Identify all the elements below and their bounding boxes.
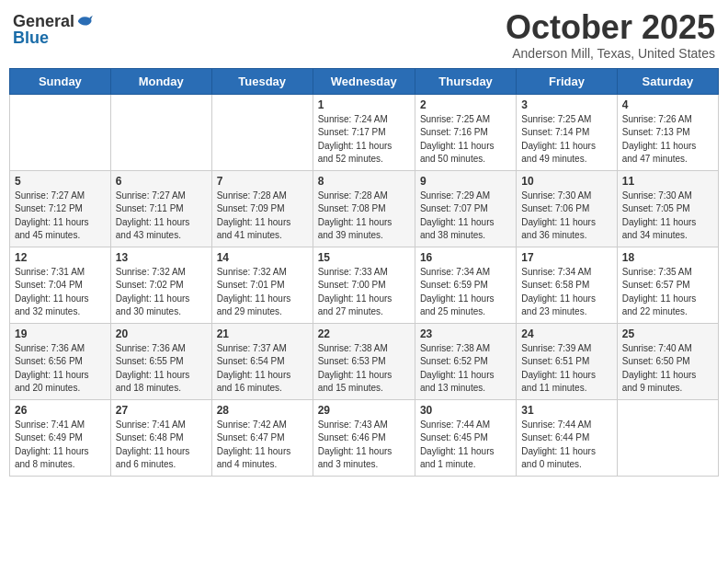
calendar-cell: 9Sunrise: 7:29 AM Sunset: 7:07 PM Daylig…	[415, 170, 516, 247]
day-number: 27	[116, 404, 207, 417]
day-info: Sunrise: 7:36 AM Sunset: 6:56 PM Dayligh…	[15, 342, 106, 396]
calendar-cell: 23Sunrise: 7:38 AM Sunset: 6:52 PM Dayli…	[415, 323, 516, 399]
day-info: Sunrise: 7:37 AM Sunset: 6:54 PM Dayligh…	[217, 342, 308, 396]
calendar-week-row: 19Sunrise: 7:36 AM Sunset: 6:56 PM Dayli…	[10, 323, 719, 399]
day-info: Sunrise: 7:39 AM Sunset: 6:51 PM Dayligh…	[521, 342, 611, 396]
day-number: 28	[217, 404, 308, 417]
day-number: 31	[521, 404, 611, 417]
logo-blue-text: Blue	[13, 29, 93, 46]
calendar-cell: 24Sunrise: 7:39 AM Sunset: 6:51 PM Dayli…	[517, 323, 617, 399]
day-number: 3	[521, 98, 611, 111]
calendar-cell	[10, 94, 111, 170]
day-number: 13	[116, 251, 207, 264]
calendar-cell: 25Sunrise: 7:40 AM Sunset: 6:50 PM Dayli…	[617, 323, 718, 399]
day-info: Sunrise: 7:28 AM Sunset: 7:09 PM Dayligh…	[217, 190, 308, 243]
calendar-cell: 3Sunrise: 7:25 AM Sunset: 7:14 PM Daylig…	[517, 94, 617, 170]
calendar-cell: 21Sunrise: 7:37 AM Sunset: 6:54 PM Dayli…	[211, 323, 313, 399]
day-of-week-header: Monday	[110, 68, 211, 94]
day-number: 24	[521, 327, 611, 340]
calendar-week-row: 5Sunrise: 7:27 AM Sunset: 7:12 PM Daylig…	[10, 170, 719, 247]
day-number: 25	[622, 327, 713, 340]
day-number: 5	[15, 175, 106, 188]
day-info: Sunrise: 7:32 AM Sunset: 7:01 PM Dayligh…	[217, 266, 308, 319]
calendar-cell	[110, 94, 211, 170]
calendar-cell	[211, 94, 313, 170]
day-number: 22	[318, 327, 410, 340]
day-info: Sunrise: 7:30 AM Sunset: 7:06 PM Dayligh…	[521, 190, 611, 243]
calendar-cell: 11Sunrise: 7:30 AM Sunset: 7:05 PM Dayli…	[617, 170, 718, 247]
day-of-week-header: Friday	[517, 68, 617, 94]
day-number: 23	[420, 327, 511, 340]
day-number: 11	[622, 175, 713, 188]
calendar-cell: 15Sunrise: 7:33 AM Sunset: 7:00 PM Dayli…	[313, 247, 415, 323]
day-number: 12	[15, 251, 106, 264]
calendar-cell: 14Sunrise: 7:32 AM Sunset: 7:01 PM Dayli…	[211, 247, 313, 323]
calendar-cell: 22Sunrise: 7:38 AM Sunset: 6:53 PM Dayli…	[313, 323, 415, 399]
day-info: Sunrise: 7:40 AM Sunset: 6:50 PM Dayligh…	[622, 342, 713, 396]
day-info: Sunrise: 7:30 AM Sunset: 7:05 PM Dayligh…	[622, 190, 713, 243]
day-info: Sunrise: 7:27 AM Sunset: 7:11 PM Dayligh…	[116, 190, 207, 243]
day-number: 15	[318, 251, 410, 264]
day-number: 7	[217, 175, 308, 188]
calendar-cell: 19Sunrise: 7:36 AM Sunset: 6:56 PM Dayli…	[10, 323, 111, 399]
day-number: 21	[217, 327, 308, 340]
day-number: 4	[622, 98, 713, 111]
page-header: General Blue October 2025 Anderson Mill,…	[9, 9, 719, 61]
calendar-cell: 31Sunrise: 7:44 AM Sunset: 6:44 PM Dayli…	[517, 399, 617, 476]
day-info: Sunrise: 7:32 AM Sunset: 7:02 PM Dayligh…	[116, 266, 207, 319]
calendar-table: SundayMondayTuesdayWednesdayThursdayFrid…	[9, 68, 719, 477]
calendar-week-row: 26Sunrise: 7:41 AM Sunset: 6:49 PM Dayli…	[10, 399, 719, 476]
calendar-cell: 20Sunrise: 7:36 AM Sunset: 6:55 PM Dayli…	[110, 323, 211, 399]
day-info: Sunrise: 7:27 AM Sunset: 7:12 PM Dayligh…	[15, 190, 106, 243]
calendar-cell: 8Sunrise: 7:28 AM Sunset: 7:08 PM Daylig…	[313, 170, 415, 247]
day-info: Sunrise: 7:41 AM Sunset: 6:49 PM Dayligh…	[15, 419, 106, 472]
day-info: Sunrise: 7:38 AM Sunset: 6:52 PM Dayligh…	[420, 342, 511, 396]
day-number: 17	[521, 251, 611, 264]
day-number: 19	[15, 327, 106, 340]
day-of-week-header: Sunday	[10, 68, 111, 94]
day-info: Sunrise: 7:42 AM Sunset: 6:47 PM Dayligh…	[217, 419, 308, 472]
calendar-cell: 16Sunrise: 7:34 AM Sunset: 6:59 PM Dayli…	[415, 247, 516, 323]
day-info: Sunrise: 7:41 AM Sunset: 6:48 PM Dayligh…	[116, 419, 207, 472]
day-of-week-header: Thursday	[415, 68, 516, 94]
logo: General Blue	[13, 13, 93, 46]
day-number: 9	[420, 175, 511, 188]
day-number: 8	[318, 175, 410, 188]
calendar-cell: 28Sunrise: 7:42 AM Sunset: 6:47 PM Dayli…	[211, 399, 313, 476]
calendar-cell: 6Sunrise: 7:27 AM Sunset: 7:11 PM Daylig…	[110, 170, 211, 247]
day-info: Sunrise: 7:38 AM Sunset: 6:53 PM Dayligh…	[318, 342, 410, 396]
calendar-cell: 13Sunrise: 7:32 AM Sunset: 7:02 PM Dayli…	[110, 247, 211, 323]
day-info: Sunrise: 7:25 AM Sunset: 7:14 PM Dayligh…	[521, 113, 611, 167]
day-of-week-header: Saturday	[617, 68, 718, 94]
month-title: October 2025	[506, 9, 715, 46]
calendar-cell	[617, 399, 718, 476]
calendar-cell: 5Sunrise: 7:27 AM Sunset: 7:12 PM Daylig…	[10, 170, 111, 247]
day-info: Sunrise: 7:24 AM Sunset: 7:17 PM Dayligh…	[318, 113, 410, 167]
day-info: Sunrise: 7:34 AM Sunset: 6:59 PM Dayligh…	[420, 266, 511, 319]
day-info: Sunrise: 7:28 AM Sunset: 7:08 PM Dayligh…	[318, 190, 410, 243]
calendar-cell: 10Sunrise: 7:30 AM Sunset: 7:06 PM Dayli…	[517, 170, 617, 247]
location-subtitle: Anderson Mill, Texas, United States	[506, 46, 715, 61]
calendar-cell: 4Sunrise: 7:26 AM Sunset: 7:13 PM Daylig…	[617, 94, 718, 170]
day-info: Sunrise: 7:43 AM Sunset: 6:46 PM Dayligh…	[318, 419, 410, 472]
day-info: Sunrise: 7:34 AM Sunset: 6:58 PM Dayligh…	[521, 266, 611, 319]
day-info: Sunrise: 7:26 AM Sunset: 7:13 PM Dayligh…	[622, 113, 713, 167]
calendar-cell: 2Sunrise: 7:25 AM Sunset: 7:16 PM Daylig…	[415, 94, 516, 170]
day-info: Sunrise: 7:33 AM Sunset: 7:00 PM Dayligh…	[318, 266, 410, 319]
day-number: 18	[622, 251, 713, 264]
day-of-week-header: Tuesday	[211, 68, 313, 94]
day-of-week-header: Wednesday	[313, 68, 415, 94]
day-number: 1	[318, 98, 410, 111]
logo-general-text: General	[13, 13, 74, 29]
day-number: 30	[420, 404, 511, 417]
calendar-week-row: 1Sunrise: 7:24 AM Sunset: 7:17 PM Daylig…	[10, 94, 719, 170]
day-number: 14	[217, 251, 308, 264]
day-info: Sunrise: 7:25 AM Sunset: 7:16 PM Dayligh…	[420, 113, 511, 167]
day-number: 26	[15, 404, 106, 417]
day-number: 10	[521, 175, 611, 188]
calendar-cell: 29Sunrise: 7:43 AM Sunset: 6:46 PM Dayli…	[313, 399, 415, 476]
day-info: Sunrise: 7:36 AM Sunset: 6:55 PM Dayligh…	[116, 342, 207, 396]
calendar-cell: 27Sunrise: 7:41 AM Sunset: 6:48 PM Dayli…	[110, 399, 211, 476]
day-info: Sunrise: 7:29 AM Sunset: 7:07 PM Dayligh…	[420, 190, 511, 243]
calendar-cell: 26Sunrise: 7:41 AM Sunset: 6:49 PM Dayli…	[10, 399, 111, 476]
